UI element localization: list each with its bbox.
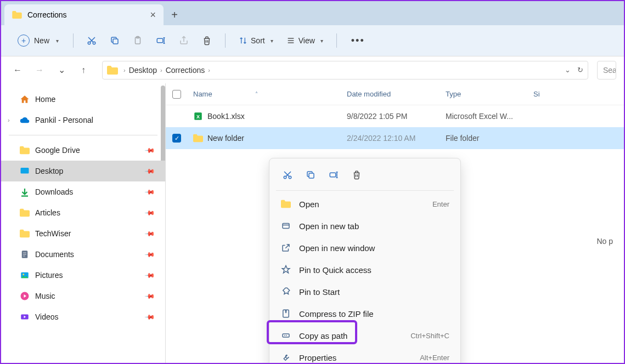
ctx-pin-quick[interactable]: Pin to Quick access xyxy=(273,259,457,281)
ctx-open-window[interactable]: Open in new window xyxy=(273,237,457,259)
download-icon xyxy=(20,187,30,197)
forward-button[interactable]: → xyxy=(31,61,48,79)
chevron-down-icon: ▾ xyxy=(320,38,323,44)
pin-icon: 📌 xyxy=(144,270,156,281)
folder-open-icon xyxy=(281,200,291,208)
ctx-copy-button[interactable] xyxy=(300,165,321,185)
pin-icon: 📌 xyxy=(144,186,156,198)
ctx-open[interactable]: Open Enter xyxy=(273,193,457,215)
folder-icon xyxy=(20,145,30,155)
file-date: 2/24/2022 12:10 AM xyxy=(347,134,446,143)
tab-corrections[interactable]: Corrections × xyxy=(4,4,164,25)
sort-indicator-icon: ˄ xyxy=(255,91,258,97)
new-tab-button[interactable]: + xyxy=(164,4,185,25)
ctx-cut-button[interactable] xyxy=(277,165,298,185)
column-date[interactable]: Date modified xyxy=(347,90,446,98)
refresh-icon[interactable]: ↻ xyxy=(577,66,583,74)
column-headers: Name˄ Date modified Type Si xyxy=(166,83,624,105)
sidebar-item-videos[interactable]: Videos📌 xyxy=(1,306,165,327)
sidebar-item-music[interactable]: Music📌 xyxy=(1,286,165,306)
videos-icon xyxy=(20,312,30,322)
column-name[interactable]: Name xyxy=(193,90,212,98)
column-size[interactable]: Si xyxy=(533,90,561,98)
row-checkbox[interactable]: ✓ xyxy=(172,134,181,143)
sidebar-item-pictures[interactable]: Pictures📌 xyxy=(1,265,165,286)
delete-button[interactable] xyxy=(196,31,217,50)
pin-icon xyxy=(281,265,291,275)
pin-icon: 📌 xyxy=(144,145,156,156)
back-button[interactable]: ← xyxy=(9,61,26,79)
folder-icon xyxy=(20,208,30,218)
toolbar: + New ▾ Sort ▾ View ▾ ••• xyxy=(1,25,624,56)
search-input[interactable]: Sear xyxy=(597,61,616,79)
context-menu: Open Enter Open in new tab Open in new w… xyxy=(269,158,461,364)
paste-button[interactable] xyxy=(127,31,148,50)
breadcrumb[interactable]: › Desktop › Corrections › ⌄ ↻ xyxy=(102,61,588,79)
more-button[interactable]: ••• xyxy=(345,35,371,47)
tab-bar: Corrections × + xyxy=(1,1,624,25)
sidebar-item-google-drive[interactable]: Google Drive📌 xyxy=(1,140,165,161)
file-type: File folder xyxy=(446,134,533,143)
ctx-delete-button[interactable] xyxy=(346,165,367,185)
view-button[interactable]: View ▾ xyxy=(281,36,329,45)
zip-icon xyxy=(281,309,291,318)
ctx-open-tab[interactable]: Open in new tab xyxy=(273,215,457,237)
home-icon xyxy=(20,94,30,104)
svg-point-9 xyxy=(22,274,24,275)
music-icon xyxy=(20,291,30,301)
svg-text:X: X xyxy=(196,114,200,120)
chevron-down-icon[interactable]: ⌄ xyxy=(565,66,571,74)
pin-icon: 📌 xyxy=(144,291,156,302)
breadcrumb-part[interactable]: Desktop xyxy=(129,66,157,75)
up-button[interactable]: ↑ xyxy=(75,61,92,79)
pin-icon: 📌 xyxy=(144,249,156,260)
breadcrumb-part[interactable]: Corrections xyxy=(166,66,205,75)
file-date: 9/8/2022 1:05 PM xyxy=(347,112,446,121)
tab-icon xyxy=(281,221,291,231)
rename-button[interactable] xyxy=(150,31,171,50)
file-row[interactable]: ✓ New folder 2/24/2022 12:10 AM File fol… xyxy=(166,127,624,149)
select-all-checkbox[interactable] xyxy=(172,90,181,99)
ctx-properties[interactable]: Properties Alt+Enter xyxy=(273,346,457,364)
file-type: Microsoft Excel W... xyxy=(446,112,533,121)
svg-rect-18 xyxy=(283,224,289,229)
tab-title: Corrections xyxy=(27,10,67,19)
new-label: New xyxy=(34,36,49,45)
new-button[interactable]: + New ▾ xyxy=(11,31,65,50)
nav-bar: ← → ⌄ ↑ › Desktop › Corrections › ⌄ ↻ Se… xyxy=(1,56,624,83)
cut-button[interactable] xyxy=(81,31,102,50)
column-type[interactable]: Type xyxy=(446,90,533,98)
ctx-rename-button[interactable] xyxy=(323,165,344,185)
pin-icon xyxy=(281,287,291,297)
cloud-icon xyxy=(20,115,30,125)
sidebar-item-documents[interactable]: Documents📌 xyxy=(1,244,165,265)
pin-icon: 📌 xyxy=(144,228,156,240)
document-icon xyxy=(20,249,30,259)
share-button[interactable] xyxy=(173,31,194,50)
sidebar-item-onedrive[interactable]: › Pankil - Personal xyxy=(1,110,165,130)
sidebar-item-techwiser[interactable]: TechWiser📌 xyxy=(1,223,165,244)
ctx-copy-path[interactable]: Copy as path Ctrl+Shift+C xyxy=(273,325,457,346)
file-name: New folder xyxy=(207,134,244,143)
expand-icon[interactable]: › xyxy=(8,117,10,123)
sidebar-item-articles[interactable]: Articles📌 xyxy=(1,202,165,223)
ctx-compress[interactable]: Compress to ZIP file xyxy=(273,303,457,325)
pin-icon: 📌 xyxy=(144,311,156,323)
copy-button[interactable] xyxy=(104,31,125,50)
pin-icon: 📌 xyxy=(144,166,156,177)
sidebar-item-home[interactable]: Home xyxy=(1,89,165,110)
svg-rect-5 xyxy=(157,38,163,43)
sidebar-item-downloads[interactable]: Downloads📌 xyxy=(1,181,165,202)
svg-point-0 xyxy=(88,42,91,44)
ctx-pin-start[interactable]: Pin to Start xyxy=(273,281,457,303)
file-name: Book1.xlsx xyxy=(207,112,245,121)
file-row[interactable]: X Book1.xlsx 9/8/2022 1:05 PM Microsoft … xyxy=(166,105,624,127)
recent-button[interactable]: ⌄ xyxy=(53,61,70,79)
svg-rect-6 xyxy=(21,168,29,174)
sort-icon xyxy=(239,36,247,45)
excel-icon: X xyxy=(193,111,203,121)
svg-rect-17 xyxy=(330,173,336,177)
sidebar-item-desktop[interactable]: Desktop📌 xyxy=(1,161,165,181)
sort-button[interactable]: Sort ▾ xyxy=(233,36,279,45)
close-tab-icon[interactable]: × xyxy=(150,9,156,21)
